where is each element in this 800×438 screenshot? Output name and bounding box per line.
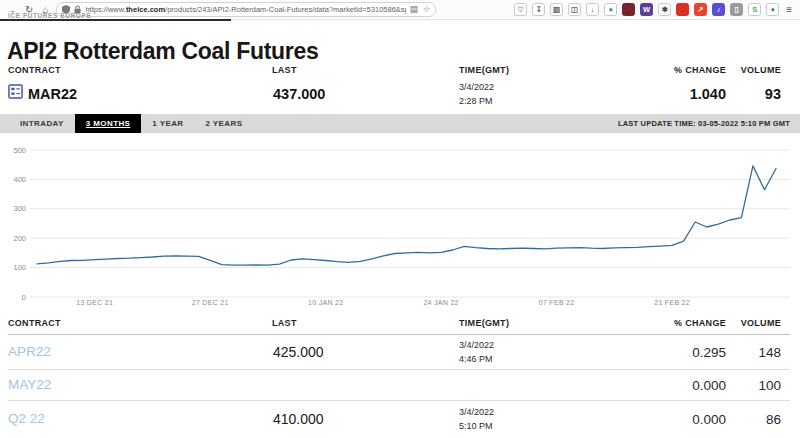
reader-view-icon[interactable]: ▤ <box>410 5 418 14</box>
column-header-pct-change: % CHANGE <box>674 65 726 75</box>
tab-3-months[interactable]: 3 MONTHS <box>75 114 142 133</box>
contract-name: MAR22 <box>28 86 77 102</box>
url-text[interactable]: https://www.theice.com/products/243/API2… <box>85 5 405 14</box>
breadcrumb[interactable]: ICE FUTURES EUROPE <box>8 12 91 19</box>
volume: 148 <box>758 345 781 360</box>
trade-time: 3/4/2022 4:46 PM <box>459 339 494 367</box>
trade-time: 3/4/2022 5:10 PM <box>459 406 494 434</box>
breadcrumb-underline <box>0 19 231 21</box>
green-dot-extension-icon[interactable]: ● <box>604 3 617 16</box>
download-extension-icon[interactable]: ↓ <box>586 3 599 16</box>
svg-text:07 FEB 22: 07 FEB 22 <box>539 299 575 306</box>
svg-text:200: 200 <box>13 234 26 243</box>
tab-1-year[interactable]: 1 YEAR <box>141 114 194 133</box>
chart-range-tabbar: INTRADAY 3 MONTHS 1 YEAR 2 YEARS LAST UP… <box>0 114 800 133</box>
browser-toolbar: →↻⌂ https://www.theice.com/products/243/… <box>0 0 800 20</box>
last-price: 410.000 <box>273 411 324 427</box>
column-header-last: LAST <box>272 65 297 75</box>
svg-text:400: 400 <box>13 175 26 184</box>
trade-time: 3/4/2022 2:28 PM <box>459 81 494 109</box>
header-divider <box>8 334 790 335</box>
last-price: 437.000 <box>273 86 325 102</box>
column-header-time: TIME(GMT) <box>459 65 509 75</box>
svg-text:21 FEB 22: 21 FEB 22 <box>654 299 690 306</box>
svg-text:0: 0 <box>22 293 26 302</box>
pct-change: 0.000 <box>692 378 726 393</box>
library-extension-icon[interactable]: ▥ <box>550 3 563 16</box>
contract-link-may22[interactable]: MAY22 <box>8 377 51 392</box>
svg-text:24 JAN 22: 24 JAN 22 <box>423 299 458 306</box>
svg-text:500: 500 <box>13 146 26 155</box>
svg-text:10 JAN 22: 10 JAN 22 <box>308 299 343 306</box>
extension-toolbar: ♡↧▥◫↓●W✱↗♪▯S● <box>514 3 786 16</box>
svg-text:27 DEC 21: 27 DEC 21 <box>192 299 229 306</box>
bookmark-star-icon[interactable]: ☆ <box>423 5 431 14</box>
column-header-time: TIME(GMT) <box>459 318 509 328</box>
column-header-last: LAST <box>272 318 297 328</box>
wikipedia-extension-icon[interactable]: W <box>640 3 653 16</box>
last-update-time: LAST UPDATE TIME: 03-05-2022 5:10 PM GMT <box>618 119 790 128</box>
music-extension-icon[interactable]: ♪ <box>712 3 725 16</box>
paw-extension-icon[interactable]: ✱ <box>658 3 671 16</box>
shield-badge-extension-icon[interactable] <box>622 3 635 16</box>
pct-change: 0.000 <box>692 412 726 427</box>
column-header-pct-change: % CHANGE <box>674 318 726 328</box>
volume: 93 <box>765 86 781 102</box>
green-circle-extension-icon[interactable]: ● <box>766 3 779 16</box>
tab-2-years[interactable]: 2 YEARS <box>195 114 254 133</box>
price-history-chart: 010020030040050013 DEC 2127 DEC 2110 JAN… <box>0 138 800 310</box>
address-bar[interactable]: https://www.theice.com/products/243/API2… <box>56 2 436 17</box>
skype-s-extension-icon[interactable]: S <box>748 3 761 16</box>
page-title: API2 Rotterdam Coal Futures <box>7 38 318 65</box>
price-line-chart-svg: 010020030040050013 DEC 2127 DEC 2110 JAN… <box>0 138 800 310</box>
last-price: 425.000 <box>273 344 324 360</box>
sidebar-extension-icon[interactable]: ◫ <box>568 3 581 16</box>
volume: 86 <box>766 412 781 427</box>
column-header-contract: CONTRACT <box>8 65 61 75</box>
contract-link-mar22[interactable]: MAR22 <box>8 84 77 103</box>
menu-icon[interactable]: ≡ <box>786 5 800 15</box>
svg-text:100: 100 <box>13 263 26 272</box>
address-bar-actions: ▤☆ <box>410 5 431 14</box>
pocket-extension-icon[interactable]: ♡ <box>514 3 527 16</box>
trash-extension-icon[interactable]: ▯ <box>730 3 743 16</box>
adblock-extension-icon[interactable] <box>676 3 689 16</box>
svg-text:300: 300 <box>13 204 26 213</box>
row-divider <box>8 369 790 370</box>
contract-link-apr22[interactable]: APR22 <box>8 344 51 359</box>
orange-extension-icon[interactable]: ↗ <box>694 3 707 16</box>
volume: 100 <box>758 378 781 393</box>
pct-change: 1.040 <box>690 86 726 102</box>
save-tray-extension-icon[interactable]: ↧ <box>532 3 545 16</box>
row-divider <box>8 400 790 401</box>
contract-link-q2-22[interactable]: Q2 22 <box>8 411 45 426</box>
column-header-contract: CONTRACT <box>8 318 61 328</box>
column-header-volume: VOLUME <box>741 65 781 75</box>
pct-change: 0.295 <box>692 345 726 360</box>
column-header-volume: VOLUME <box>741 318 781 328</box>
contract-report-icon <box>8 84 23 103</box>
tab-intraday[interactable]: INTRADAY <box>9 114 75 133</box>
svg-text:13 DEC 21: 13 DEC 21 <box>76 299 113 306</box>
